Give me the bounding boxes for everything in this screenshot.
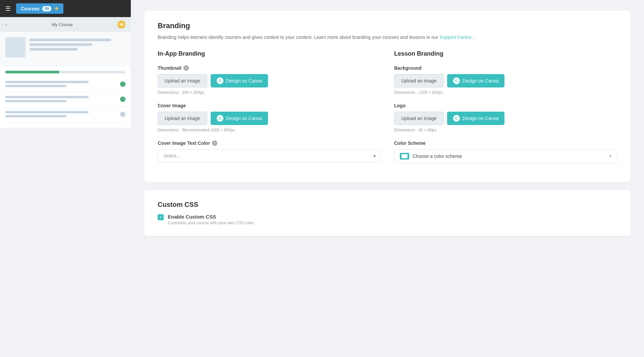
lesson-dot-complete: [120, 81, 125, 87]
star-icon: ★: [54, 5, 59, 12]
lesson-branding-title: Lesson Branding: [394, 50, 617, 57]
thumbnail-field-group: Thumbnail i Upload an image C Design on …: [158, 65, 381, 95]
logo-field-group: Logo Upload an image C Design on Canva D…: [394, 103, 617, 132]
lesson-dot-complete: [120, 97, 125, 102]
custom-css-title: Custom CSS: [158, 201, 617, 209]
course-content-preview: [0, 32, 131, 67]
canva-logo-icon: C: [453, 77, 460, 84]
progress-bar-container: [5, 71, 125, 73]
sidebar: ☰ Courses 99 ★ ‹ My Course 99: [0, 0, 131, 357]
cover-image-upload-row: Upload an image C Design on Canva: [158, 112, 381, 125]
courses-label: Courses: [21, 6, 40, 11]
thumbnail-canva-button[interactable]: C Design on Canva: [211, 74, 268, 87]
cover-text-color-select[interactable]: Select...: [158, 149, 381, 163]
background-upload-button[interactable]: Upload an image: [394, 74, 444, 87]
cover-image-upload-button[interactable]: Upload an image: [158, 112, 207, 125]
course-preview: ‹ My Course 99: [0, 17, 131, 128]
branding-title: Branding: [158, 21, 617, 30]
cover-image-canva-button[interactable]: C Design on Canva: [211, 112, 268, 125]
preview-thumbnail: [5, 37, 25, 57]
color-scheme-select-wrapper: Choose a color scheme ▾: [394, 149, 617, 163]
thumbnail-upload-row: Upload an image C Design on Canva: [158, 74, 381, 87]
sidebar-header: ☰ Courses 99 ★: [0, 0, 131, 17]
course-header-bar: ‹ My Course 99: [0, 17, 131, 32]
enable-custom-css-checkbox[interactable]: ✓: [158, 214, 164, 220]
dropdown-arrow-icon: ▾: [609, 154, 611, 159]
logo-upload-row: Upload an image C Design on Canva: [394, 112, 617, 125]
courses-count: 99: [42, 6, 51, 11]
back-arrow-icon[interactable]: ‹: [5, 21, 7, 27]
thumbnail-upload-button[interactable]: Upload an image: [158, 74, 207, 87]
cover-text-color-select-wrapper: Select... ▾: [158, 149, 381, 163]
lesson-line-a: [5, 81, 89, 83]
cover-text-color-info-icon[interactable]: i: [212, 140, 217, 146]
lesson-branding-column: Lesson Branding Background Upload an ima…: [394, 50, 617, 171]
background-upload-row: Upload an image C Design on Canva: [394, 74, 617, 87]
cover-text-color-field-group: Cover Image Text Color i Select... ▾: [158, 140, 381, 163]
lesson-line-b: [5, 85, 66, 87]
color-scheme-select[interactable]: Choose a color scheme ▾: [394, 149, 617, 163]
background-label: Background: [394, 65, 617, 71]
courses-badge[interactable]: Courses 99 ★: [16, 3, 63, 14]
checkbox-check-icon: ✓: [159, 215, 162, 220]
thumbnail-dimensions: Dimensions · 200 × 200px: [158, 90, 381, 95]
color-scheme-field-group: Color Scheme Choose a color scheme ▾: [394, 140, 617, 163]
cover-image-field-group: Cover Image Upload an image C Design on …: [158, 103, 381, 132]
branding-description: Branding helps learners identify courses…: [158, 34, 617, 41]
enable-custom-css-label: Enable Custom CSS: [168, 214, 254, 220]
enable-custom-css-sublabel: Customise your course with your own CSS …: [168, 221, 254, 225]
lesson-list: [0, 77, 131, 128]
lesson-item[interactable]: [5, 108, 125, 123]
preview-line-2: [30, 43, 92, 46]
lesson-dot-incomplete: [120, 112, 125, 117]
color-scheme-icon: [400, 153, 409, 160]
logo-dimensions: Dimensions · 80 × 80px: [394, 128, 617, 132]
hamburger-icon[interactable]: ☰: [5, 5, 11, 12]
preview-line-3: [30, 48, 77, 51]
in-app-branding-column: In-App Branding Thumbnail i Upload an im…: [158, 50, 381, 171]
background-field-group: Background Upload an image C Design on C…: [394, 65, 617, 95]
main-content: Branding Branding helps learners identif…: [131, 0, 644, 357]
course-title-preview: My Course: [52, 22, 73, 27]
progress-bar-fill: [5, 71, 59, 73]
background-dimensions: Dimensions · 1200 × 600px: [394, 90, 617, 95]
lesson-line-b: [5, 100, 66, 102]
color-scheme-placeholder: Choose a color scheme: [413, 154, 606, 159]
cover-image-dimensions: Dimensions · Recommended 1000 × 600px: [158, 128, 381, 132]
preview-text-lines: [30, 37, 125, 53]
logo-canva-button[interactable]: C Design on Canva: [447, 112, 504, 125]
logo-label: Logo: [394, 103, 617, 108]
lesson-line-a: [5, 111, 89, 113]
custom-css-section: Custom CSS ✓ Enable Custom CSS Customise…: [144, 190, 631, 236]
branding-grid: In-App Branding Thumbnail i Upload an im…: [158, 50, 617, 171]
branding-section: Branding Branding helps learners identif…: [144, 11, 631, 182]
canva-logo-icon: C: [217, 115, 223, 122]
support-centre-link[interactable]: Support Centre: [440, 35, 472, 40]
preview-line-1: [30, 39, 111, 41]
canva-logo-icon: C: [217, 77, 223, 84]
thumbnail-label: Thumbnail i: [158, 65, 381, 71]
lesson-line-b: [5, 115, 66, 117]
in-app-branding-title: In-App Branding: [158, 50, 381, 57]
enable-custom-css-row: ✓ Enable Custom CSS Customise your cours…: [158, 214, 617, 225]
thumbnail-info-icon[interactable]: i: [183, 65, 189, 71]
cover-text-color-label: Cover Image Text Color i: [158, 140, 381, 146]
canva-logo-icon: C: [453, 115, 460, 122]
course-badge-small: 99: [117, 20, 125, 28]
cover-image-label: Cover Image: [158, 103, 381, 108]
logo-upload-button[interactable]: Upload an image: [394, 112, 444, 125]
lesson-line-a: [5, 96, 89, 98]
color-scheme-label: Color Scheme: [394, 140, 617, 146]
lesson-item[interactable]: [5, 93, 125, 108]
background-canva-button[interactable]: C Design on Canva: [447, 74, 504, 87]
lesson-item[interactable]: [5, 77, 125, 93]
